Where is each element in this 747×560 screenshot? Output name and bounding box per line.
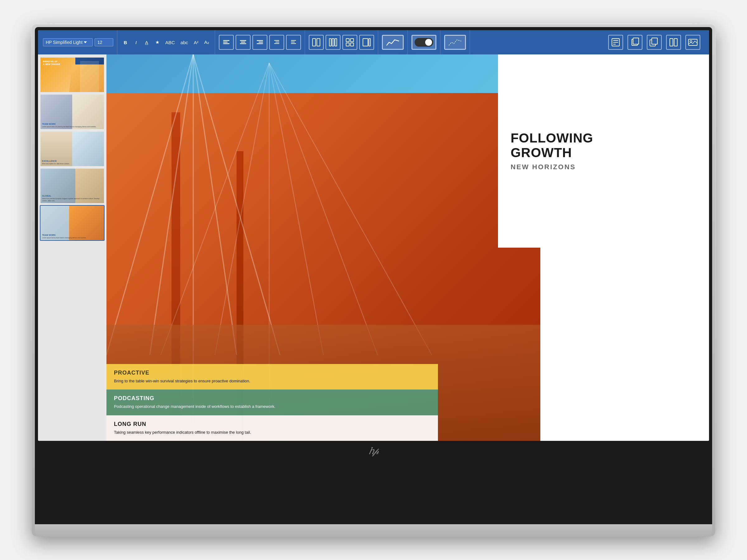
svg-rect-15 bbox=[312, 38, 316, 46]
proactive-label: PROACTIVE bbox=[114, 370, 431, 376]
slide-thumb-1[interactable]: BRINGING UPA NEW CHANGE bbox=[40, 57, 105, 93]
svg-rect-22 bbox=[346, 43, 349, 46]
three-col-button[interactable] bbox=[326, 35, 340, 50]
svg-rect-13 bbox=[291, 42, 295, 42]
font-family-selector[interactable]: HP Simplified Light bbox=[43, 38, 93, 46]
main-content: BRINGING UPA NEW CHANGE TEAM WORK bbox=[38, 54, 709, 441]
hp-logo: ℎ𝓅 bbox=[367, 444, 380, 459]
abc2-label[interactable]: abc bbox=[179, 37, 190, 47]
abc-label[interactable]: ABC bbox=[163, 37, 177, 47]
svg-rect-17 bbox=[329, 38, 331, 46]
indent-button[interactable] bbox=[269, 35, 284, 50]
svg-rect-34 bbox=[652, 38, 658, 44]
duplicate-button[interactable] bbox=[627, 35, 642, 50]
screen: HP Simplified Light 12 B I A ★ ABC abc bbox=[38, 30, 709, 441]
notes-button[interactable] bbox=[608, 35, 623, 50]
font-family-label: HP Simplified Light bbox=[46, 40, 82, 45]
slide-right-panel: FOLLOWING GROWTH NEW HORIZONS bbox=[498, 54, 709, 248]
alignment-section bbox=[219, 30, 305, 54]
two-col-button[interactable] bbox=[309, 35, 324, 50]
slide-1-title: BRINGING UPA NEW CHANGE bbox=[43, 60, 60, 65]
sub-heading: NEW HORIZONS bbox=[511, 163, 576, 171]
superscript-button[interactable]: A² bbox=[192, 37, 201, 47]
toolbar: HP Simplified Light 12 B I A ★ ABC abc bbox=[38, 30, 709, 54]
podcasting-box: PODCASTING Podcasting operational change… bbox=[106, 390, 438, 415]
bold-button[interactable]: B bbox=[121, 37, 130, 47]
slide-thumb-4[interactable]: GLOBAL Ideas from previous projects sugg… bbox=[40, 168, 105, 204]
main-heading: FOLLOWING GROWTH bbox=[511, 131, 593, 160]
svg-rect-16 bbox=[317, 38, 320, 46]
svg-rect-11 bbox=[274, 43, 279, 44]
proactive-box: PROACTIVE Bring to the table win-win sur… bbox=[106, 364, 438, 390]
slide-content: FOLLOWING GROWTH NEW HORIZONS PROACTIVE … bbox=[106, 54, 709, 441]
slides-panel: BRINGING UPA NEW CHANGE TEAM WORK bbox=[38, 54, 106, 441]
grid-layout-button[interactable] bbox=[342, 35, 357, 50]
svg-rect-4 bbox=[241, 42, 245, 43]
svg-rect-19 bbox=[335, 38, 337, 46]
scatter-chart-button[interactable] bbox=[444, 35, 466, 50]
svg-rect-6 bbox=[257, 40, 263, 41]
svg-text:ℎ𝓅: ℎ𝓅 bbox=[368, 446, 380, 456]
svg-rect-14 bbox=[291, 43, 296, 44]
svg-rect-7 bbox=[259, 42, 263, 43]
outdent-button[interactable] bbox=[286, 35, 301, 50]
svg-rect-37 bbox=[674, 38, 677, 46]
longrun-text: Taking seamless key performance indicato… bbox=[114, 429, 431, 435]
font-family-arrow bbox=[84, 42, 87, 43]
scatter-section bbox=[444, 30, 470, 54]
pages-button[interactable] bbox=[666, 35, 681, 50]
svg-rect-9 bbox=[274, 40, 279, 41]
align-right-button[interactable] bbox=[252, 35, 267, 50]
toggle-button[interactable] bbox=[411, 35, 436, 50]
svg-rect-23 bbox=[351, 43, 354, 46]
slide-thumb-2[interactable]: TEAM WORK Lorem ipsum dolor sit amet by … bbox=[40, 94, 105, 130]
align-left-button[interactable] bbox=[219, 35, 234, 50]
monitor-bezel: HP Simplified Light 12 B I A ★ ABC abc bbox=[35, 27, 712, 524]
svg-rect-8 bbox=[257, 43, 263, 44]
svg-rect-25 bbox=[369, 38, 370, 46]
align-center-button[interactable] bbox=[236, 35, 251, 50]
content-boxes: PROACTIVE Bring to the table win-win sur… bbox=[106, 229, 438, 441]
copy-button[interactable] bbox=[647, 35, 662, 50]
podcasting-text: Podcasting operational change management… bbox=[114, 403, 431, 410]
monitor: HP Simplified Light 12 B I A ★ ABC abc bbox=[31, 23, 716, 537]
monitor-stand-base bbox=[35, 524, 712, 537]
slide-area: FOLLOWING GROWTH NEW HORIZONS PROACTIVE … bbox=[106, 54, 709, 441]
layout-section bbox=[309, 30, 378, 54]
proactive-text: Bring to the table win-win survival stra… bbox=[114, 378, 431, 384]
svg-rect-20 bbox=[346, 38, 349, 42]
longrun-box: LONG RUN Taking seamless key performance… bbox=[106, 415, 438, 441]
svg-rect-2 bbox=[223, 43, 229, 44]
hp-logo-area: ℎ𝓅 bbox=[367, 441, 380, 463]
svg-rect-5 bbox=[240, 43, 246, 44]
svg-rect-0 bbox=[223, 40, 229, 41]
slide-thumb-5[interactable]: TEAM WORK Lorem ipsum led by team lead i… bbox=[40, 205, 105, 241]
italic-button[interactable]: I bbox=[132, 37, 140, 47]
svg-rect-10 bbox=[276, 42, 279, 42]
text-format-section: B I A ★ ABC abc A² A₂ bbox=[121, 30, 215, 54]
svg-rect-24 bbox=[363, 38, 368, 46]
line-chart-button[interactable] bbox=[382, 35, 404, 50]
svg-rect-3 bbox=[240, 40, 246, 41]
chart-section bbox=[382, 30, 408, 54]
star-button[interactable]: ★ bbox=[153, 37, 161, 47]
svg-rect-21 bbox=[351, 38, 354, 42]
svg-rect-1 bbox=[223, 42, 228, 43]
font-size-value: 12 bbox=[97, 40, 102, 45]
toggle-section bbox=[411, 30, 440, 54]
slide-thumb-3[interactable]: EXCELLENCE Short description for slide t… bbox=[40, 131, 105, 167]
svg-rect-36 bbox=[670, 38, 673, 46]
underline-button[interactable]: A bbox=[142, 37, 151, 47]
subscript-button[interactable]: A₂ bbox=[202, 37, 211, 47]
svg-rect-31 bbox=[633, 38, 639, 44]
font-size-selector[interactable]: 12 bbox=[95, 38, 113, 46]
svg-rect-18 bbox=[332, 38, 334, 46]
podcasting-label: PODCASTING bbox=[114, 395, 431, 402]
right-icons-section bbox=[608, 30, 704, 54]
image-button[interactable] bbox=[686, 35, 700, 50]
wide-col-button[interactable] bbox=[359, 35, 374, 50]
font-section: HP Simplified Light 12 bbox=[43, 30, 117, 54]
svg-rect-38 bbox=[689, 39, 697, 46]
longrun-label: LONG RUN bbox=[114, 421, 431, 427]
svg-rect-12 bbox=[291, 40, 296, 41]
